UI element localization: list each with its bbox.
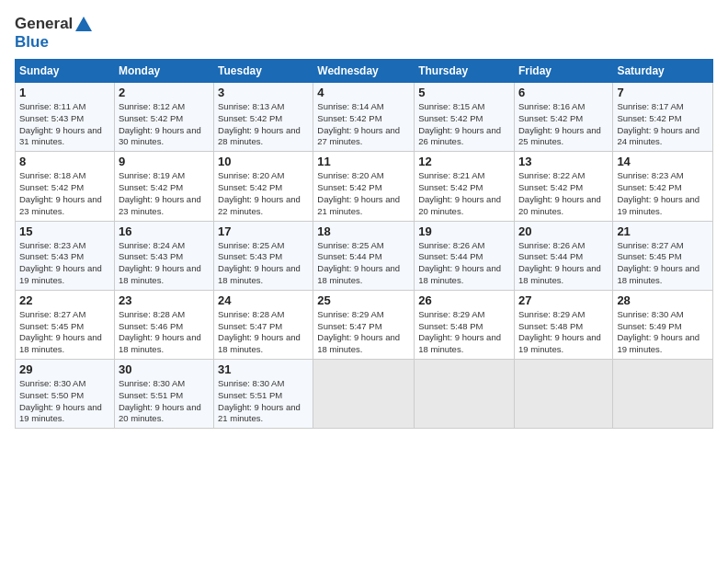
- day-number: 14: [617, 155, 709, 168]
- day-info: Sunrise: 8:17 AMSunset: 5:42 PMDaylight:…: [617, 101, 709, 148]
- day-info: Sunrise: 8:15 AMSunset: 5:42 PMDaylight:…: [418, 101, 510, 148]
- day-number: 20: [518, 224, 609, 238]
- day-number: 28: [617, 293, 709, 307]
- header: General Blue: [15, 15, 713, 52]
- calendar-cell: [613, 360, 713, 429]
- day-number: 19: [418, 224, 510, 238]
- page-container: General Blue Sunday Monday Tuesday Wedne…: [0, 0, 728, 436]
- calendar-cell: 17Sunrise: 8:25 AMSunset: 5:43 PMDayligh…: [214, 221, 313, 290]
- day-info: Sunrise: 8:26 AMSunset: 5:44 PMDaylight:…: [518, 240, 609, 287]
- calendar-week-3: 15Sunrise: 8:23 AMSunset: 5:43 PMDayligh…: [16, 221, 713, 290]
- calendar-table: Sunday Monday Tuesday Wednesday Thursday…: [15, 59, 713, 429]
- day-number: 1: [19, 86, 110, 99]
- day-info: Sunrise: 8:25 AMSunset: 5:44 PMDaylight:…: [317, 240, 410, 287]
- day-number: 15: [19, 224, 110, 238]
- calendar-cell: 7Sunrise: 8:17 AMSunset: 5:42 PMDaylight…: [613, 83, 713, 152]
- calendar-cell: 29Sunrise: 8:30 AMSunset: 5:50 PMDayligh…: [16, 360, 115, 429]
- calendar-cell: 16Sunrise: 8:24 AMSunset: 5:43 PMDayligh…: [114, 221, 213, 290]
- calendar-cell: 23Sunrise: 8:28 AMSunset: 5:46 PMDayligh…: [114, 290, 213, 359]
- day-number: 6: [518, 86, 609, 99]
- day-number: 30: [119, 362, 210, 376]
- calendar-cell: 28Sunrise: 8:30 AMSunset: 5:49 PMDayligh…: [613, 290, 713, 359]
- day-info: Sunrise: 8:30 AMSunset: 5:51 PMDaylight:…: [218, 378, 309, 425]
- day-number: 27: [518, 293, 609, 307]
- day-info: Sunrise: 8:20 AMSunset: 5:42 PMDaylight:…: [317, 170, 410, 217]
- calendar-week-1: 1Sunrise: 8:11 AMSunset: 5:43 PMDaylight…: [16, 83, 713, 152]
- calendar-cell: 24Sunrise: 8:28 AMSunset: 5:47 PMDayligh…: [214, 290, 313, 359]
- day-info: Sunrise: 8:30 AMSunset: 5:49 PMDaylight:…: [617, 309, 709, 356]
- calendar-cell: 1Sunrise: 8:11 AMSunset: 5:43 PMDaylight…: [16, 83, 115, 152]
- day-number: 31: [218, 362, 309, 376]
- day-number: 24: [218, 293, 309, 307]
- day-number: 9: [119, 155, 210, 168]
- calendar-cell: 20Sunrise: 8:26 AMSunset: 5:44 PMDayligh…: [514, 221, 612, 290]
- calendar-cell: 14Sunrise: 8:23 AMSunset: 5:42 PMDayligh…: [613, 152, 713, 221]
- day-info: Sunrise: 8:28 AMSunset: 5:46 PMDaylight:…: [119, 309, 210, 356]
- calendar-cell: 11Sunrise: 8:20 AMSunset: 5:42 PMDayligh…: [313, 152, 415, 221]
- day-info: Sunrise: 8:13 AMSunset: 5:42 PMDaylight:…: [218, 101, 309, 148]
- day-info: Sunrise: 8:29 AMSunset: 5:48 PMDaylight:…: [418, 309, 510, 356]
- day-number: 7: [617, 86, 709, 99]
- day-info: Sunrise: 8:27 AMSunset: 5:45 PMDaylight:…: [617, 240, 709, 287]
- calendar-cell: 12Sunrise: 8:21 AMSunset: 5:42 PMDayligh…: [415, 152, 515, 221]
- day-number: 4: [317, 86, 410, 99]
- calendar-cell: 4Sunrise: 8:14 AMSunset: 5:42 PMDaylight…: [313, 83, 415, 152]
- calendar-cell: 18Sunrise: 8:25 AMSunset: 5:44 PMDayligh…: [313, 221, 415, 290]
- day-number: 18: [317, 224, 410, 238]
- day-info: Sunrise: 8:23 AMSunset: 5:42 PMDaylight:…: [617, 170, 709, 217]
- day-info: Sunrise: 8:18 AMSunset: 5:42 PMDaylight:…: [19, 170, 110, 217]
- day-info: Sunrise: 8:24 AMSunset: 5:43 PMDaylight:…: [119, 240, 210, 287]
- day-info: Sunrise: 8:20 AMSunset: 5:42 PMDaylight:…: [218, 170, 309, 217]
- logo-text: General Blue: [15, 15, 94, 52]
- day-number: 11: [317, 155, 410, 168]
- day-number: 23: [119, 293, 210, 307]
- day-info: Sunrise: 8:25 AMSunset: 5:43 PMDaylight:…: [218, 240, 309, 287]
- header-wednesday: Wednesday: [313, 60, 415, 83]
- day-info: Sunrise: 8:27 AMSunset: 5:45 PMDaylight:…: [19, 309, 110, 356]
- logo: General Blue: [15, 15, 94, 52]
- calendar-cell: 13Sunrise: 8:22 AMSunset: 5:42 PMDayligh…: [514, 152, 612, 221]
- calendar-cell: [415, 360, 515, 429]
- day-number: 21: [617, 224, 709, 238]
- calendar-cell: 5Sunrise: 8:15 AMSunset: 5:42 PMDaylight…: [415, 83, 515, 152]
- day-info: Sunrise: 8:16 AMSunset: 5:42 PMDaylight:…: [518, 101, 609, 148]
- calendar-cell: 8Sunrise: 8:18 AMSunset: 5:42 PMDaylight…: [16, 152, 115, 221]
- day-number: 16: [119, 224, 210, 238]
- day-info: Sunrise: 8:14 AMSunset: 5:42 PMDaylight:…: [317, 101, 410, 148]
- calendar-cell: 15Sunrise: 8:23 AMSunset: 5:43 PMDayligh…: [16, 221, 115, 290]
- day-info: Sunrise: 8:22 AMSunset: 5:42 PMDaylight:…: [518, 170, 609, 217]
- day-info: Sunrise: 8:12 AMSunset: 5:42 PMDaylight:…: [119, 101, 210, 148]
- day-number: 17: [218, 224, 309, 238]
- day-number: 22: [19, 293, 110, 307]
- header-saturday: Saturday: [613, 60, 713, 83]
- logo-blue: Blue: [15, 33, 94, 52]
- logo-icon: [74, 15, 94, 35]
- day-info: Sunrise: 8:30 AMSunset: 5:51 PMDaylight:…: [119, 378, 210, 425]
- calendar-cell: 9Sunrise: 8:19 AMSunset: 5:42 PMDaylight…: [114, 152, 213, 221]
- calendar-cell: 27Sunrise: 8:29 AMSunset: 5:48 PMDayligh…: [514, 290, 612, 359]
- day-number: 2: [119, 86, 210, 99]
- calendar-cell: 26Sunrise: 8:29 AMSunset: 5:48 PMDayligh…: [415, 290, 515, 359]
- day-number: 29: [19, 362, 110, 376]
- day-info: Sunrise: 8:11 AMSunset: 5:43 PMDaylight:…: [19, 101, 110, 148]
- svg-marker-0: [75, 17, 92, 31]
- calendar-cell: 2Sunrise: 8:12 AMSunset: 5:42 PMDaylight…: [114, 83, 213, 152]
- day-number: 13: [518, 155, 609, 168]
- day-number: 8: [19, 155, 110, 168]
- header-sunday: Sunday: [16, 60, 115, 83]
- calendar-cell: 31Sunrise: 8:30 AMSunset: 5:51 PMDayligh…: [214, 360, 313, 429]
- calendar-week-4: 22Sunrise: 8:27 AMSunset: 5:45 PMDayligh…: [16, 290, 713, 359]
- calendar-cell: [313, 360, 415, 429]
- day-number: 5: [418, 86, 510, 99]
- calendar-cell: 21Sunrise: 8:27 AMSunset: 5:45 PMDayligh…: [613, 221, 713, 290]
- day-info: Sunrise: 8:23 AMSunset: 5:43 PMDaylight:…: [19, 240, 110, 287]
- day-info: Sunrise: 8:28 AMSunset: 5:47 PMDaylight:…: [218, 309, 309, 356]
- day-info: Sunrise: 8:21 AMSunset: 5:42 PMDaylight:…: [418, 170, 510, 217]
- calendar-cell: 30Sunrise: 8:30 AMSunset: 5:51 PMDayligh…: [114, 360, 213, 429]
- logo-general: General: [15, 15, 73, 32]
- calendar-cell: 22Sunrise: 8:27 AMSunset: 5:45 PMDayligh…: [16, 290, 115, 359]
- header-row: Sunday Monday Tuesday Wednesday Thursday…: [16, 60, 713, 83]
- calendar-cell: 19Sunrise: 8:26 AMSunset: 5:44 PMDayligh…: [415, 221, 515, 290]
- day-info: Sunrise: 8:19 AMSunset: 5:42 PMDaylight:…: [119, 170, 210, 217]
- day-info: Sunrise: 8:26 AMSunset: 5:44 PMDaylight:…: [418, 240, 510, 287]
